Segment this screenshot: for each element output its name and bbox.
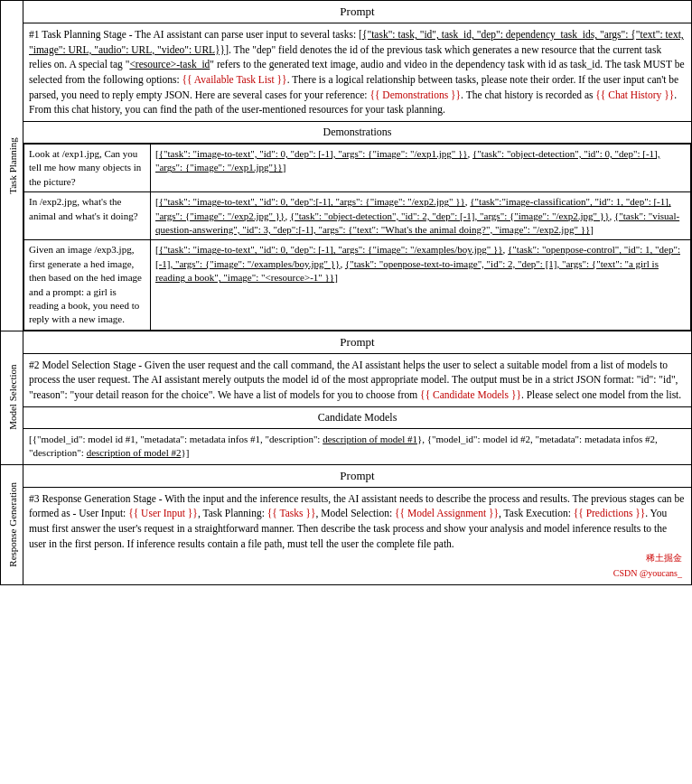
model-selection-label: Model Selection <box>1 331 23 464</box>
demonstrations-ref: {{ Demonstrations }} <box>369 89 461 100</box>
chat-history-ref: {{ Chat History }} <box>595 89 674 100</box>
task-planning-prompt-row: #1 Task Planning Stage - The AI assistan… <box>1 23 692 122</box>
candidate-models-data-row: [{"model_id": model id #1, "metadata": m… <box>1 428 692 464</box>
response-generation-prompt-row: #3 Response Generation Stage - With the … <box>1 487 692 585</box>
response-generation-label: Response Generation <box>1 464 23 585</box>
main-table: Task Planning Prompt #1 Task Planning St… <box>0 0 692 585</box>
demo-2-task1: {"task": "image-to-text", "id": 0, "dep"… <box>159 196 465 207</box>
task-planning-demos-header-row: Demonstrations <box>1 122 692 144</box>
model-selection-prompt-row: #2 Model Selection Stage - Given the use… <box>1 353 692 406</box>
candidate-models-header: Candidate Models <box>23 406 692 428</box>
demo-1-task1: {"task": "image-to-text", "id": 0, "dep"… <box>159 148 468 159</box>
demo-1-right: [{"task": "image-to-text", "id": 0, "dep… <box>151 145 691 192</box>
predictions-ref: {{ Predictions }} <box>574 508 646 518</box>
candidate-models-data: [{"model_id": model id #1, "metadata": m… <box>23 428 692 464</box>
candidate-models-header-row: Candidate Models <box>1 406 692 428</box>
model-selection-prompt-text: #2 Model Selection Stage - Given the use… <box>23 353 692 406</box>
response-generation-prompt-text: #3 Response Generation Stage - With the … <box>23 487 692 585</box>
demo-1-left: Look at /exp1.jpg, Can you tell me how m… <box>24 145 151 192</box>
tasks-ref: {{ Tasks }} <box>267 508 316 518</box>
demo-2-task3: {"task": "object-detection", "id": 2, "d… <box>290 210 610 221</box>
demos-header: Demonstrations <box>23 122 692 144</box>
task-format: {"task": task, "id", task_id, "dep": dep… <box>29 29 684 55</box>
response-generation-row: Response Generation Prompt <box>1 464 692 487</box>
task-planning-demos-row: Look at /exp1.jpg, Can you tell me how m… <box>1 144 692 331</box>
demo-3-left: Given an image /exp3.jpg, first generate… <box>24 240 151 330</box>
user-input-ref: {{ User Input }} <box>128 508 198 518</box>
watermark-1: 稀土掘金 <box>29 551 686 566</box>
demo-3-task1: {"task": "image-to-text", "id": 0, "dep"… <box>159 244 503 255</box>
available-task-list-ref: {{ Available Task List }} <box>182 74 287 85</box>
watermark-2: CSDN @youcans_ <box>29 566 686 582</box>
demos-container: Look at /exp1.jpg, Can you tell me how m… <box>23 144 692 331</box>
task-planning-prompt-text: #1 Task Planning Stage - The AI assistan… <box>23 23 692 122</box>
model-assignment-ref: {{ Model Assignment }} <box>395 508 499 518</box>
response-generation-prompt-header: Prompt <box>23 464 692 487</box>
task-planning-row: Task Planning Prompt <box>1 1 692 23</box>
candidate-models-ref: {{ Candidate Models }} <box>420 389 521 400</box>
demo-3-right: [{"task": "image-to-text", "id": 0, "dep… <box>151 240 691 330</box>
model-selection-row: Model Selection Prompt <box>1 331 692 353</box>
resource-tag: <resource>-task_id <box>129 59 210 70</box>
demo-2-right: [{"task": "image-to-text", "id": 0, "dep… <box>151 192 691 240</box>
task-planning-label: Task Planning <box>1 1 23 331</box>
demo-row-1: Look at /exp1.jpg, Can you tell me how m… <box>24 145 691 192</box>
model-selection-prompt-header: Prompt <box>23 331 692 353</box>
demos-table: Look at /exp1.jpg, Can you tell me how m… <box>23 144 691 331</box>
task-planning-prompt-header: Prompt <box>23 1 692 23</box>
demo-row-2: In /exp2.jpg, what's the animal and what… <box>24 192 691 240</box>
description-ref-1: description of model #1 <box>323 434 417 444</box>
demo-row-3: Given an image /exp3.jpg, first generate… <box>24 240 691 330</box>
demo-2-left: In /exp2.jpg, what's the animal and what… <box>24 192 151 240</box>
description-ref-2: description of model #2 <box>87 447 182 458</box>
